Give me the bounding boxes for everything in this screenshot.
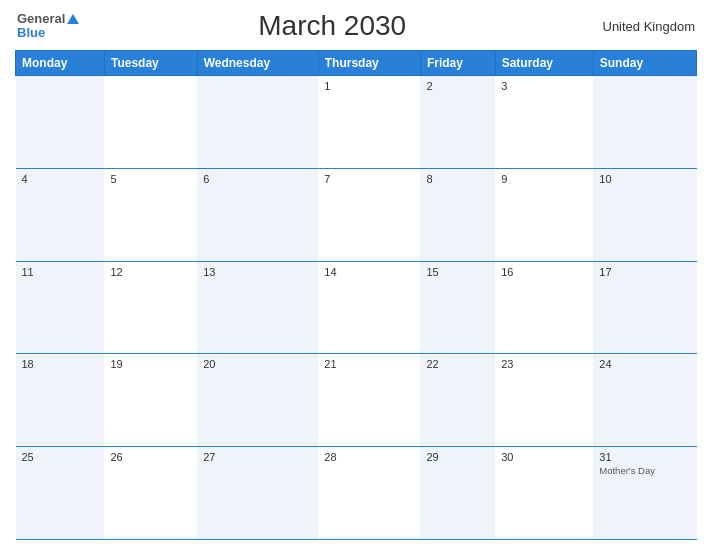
logo-triangle-icon bbox=[67, 14, 79, 24]
logo-row: General bbox=[17, 12, 79, 26]
header-saturday: Saturday bbox=[495, 51, 593, 76]
header-tuesday: Tuesday bbox=[104, 51, 197, 76]
header-monday: Monday bbox=[16, 51, 105, 76]
day-cell: 17 bbox=[593, 261, 696, 354]
day-cell: 26 bbox=[104, 447, 197, 540]
calendar-container: General Blue March 2030 United Kingdom M… bbox=[0, 0, 712, 550]
day-cell: 8 bbox=[420, 168, 495, 261]
day-cell: 11 bbox=[16, 261, 105, 354]
day-cell: 10 bbox=[593, 168, 696, 261]
day-cell: 28 bbox=[318, 447, 420, 540]
calendar-title: March 2030 bbox=[79, 10, 585, 42]
day-cell: 1 bbox=[318, 76, 420, 169]
day-cell bbox=[16, 76, 105, 169]
table-row: 4 5 6 7 8 9 10 bbox=[16, 168, 697, 261]
table-row: 11 12 13 14 15 16 17 bbox=[16, 261, 697, 354]
day-cell: 29 bbox=[420, 447, 495, 540]
day-cell: 3 bbox=[495, 76, 593, 169]
day-cell: 21 bbox=[318, 354, 420, 447]
day-cell: 22 bbox=[420, 354, 495, 447]
day-cell: 6 bbox=[197, 168, 318, 261]
table-row: 1 2 3 bbox=[16, 76, 697, 169]
day-cell-mothers-day: 31 Mother's Day bbox=[593, 447, 696, 540]
day-cell: 9 bbox=[495, 168, 593, 261]
day-cell: 15 bbox=[420, 261, 495, 354]
table-row: 18 19 20 21 22 23 24 bbox=[16, 354, 697, 447]
day-cell: 25 bbox=[16, 447, 105, 540]
day-cell bbox=[197, 76, 318, 169]
day-cell: 30 bbox=[495, 447, 593, 540]
logo: General Blue bbox=[17, 12, 79, 41]
header-sunday: Sunday bbox=[593, 51, 696, 76]
header-thursday: Thursday bbox=[318, 51, 420, 76]
mothers-day-label: Mother's Day bbox=[599, 465, 690, 476]
calendar-region: United Kingdom bbox=[585, 19, 695, 34]
day-cell: 5 bbox=[104, 168, 197, 261]
day-cell: 19 bbox=[104, 354, 197, 447]
header-friday: Friday bbox=[420, 51, 495, 76]
day-cell: 4 bbox=[16, 168, 105, 261]
logo-general-text: General bbox=[17, 12, 65, 26]
day-cell: 18 bbox=[16, 354, 105, 447]
day-cell: 14 bbox=[318, 261, 420, 354]
day-cell: 12 bbox=[104, 261, 197, 354]
day-cell: 20 bbox=[197, 354, 318, 447]
day-cell: 24 bbox=[593, 354, 696, 447]
header-wednesday: Wednesday bbox=[197, 51, 318, 76]
calendar-header: General Blue March 2030 United Kingdom bbox=[15, 10, 697, 42]
table-row: 25 26 27 28 29 30 31 Mother's Day bbox=[16, 447, 697, 540]
day-cell: 2 bbox=[420, 76, 495, 169]
day-cell: 27 bbox=[197, 447, 318, 540]
day-cell bbox=[593, 76, 696, 169]
day-cell: 23 bbox=[495, 354, 593, 447]
day-cell: 16 bbox=[495, 261, 593, 354]
calendar-table: Monday Tuesday Wednesday Thursday Friday… bbox=[15, 50, 697, 540]
logo-blue-text: Blue bbox=[17, 26, 79, 40]
day-cell: 13 bbox=[197, 261, 318, 354]
day-cell bbox=[104, 76, 197, 169]
weekday-header-row: Monday Tuesday Wednesday Thursday Friday… bbox=[16, 51, 697, 76]
day-cell: 7 bbox=[318, 168, 420, 261]
